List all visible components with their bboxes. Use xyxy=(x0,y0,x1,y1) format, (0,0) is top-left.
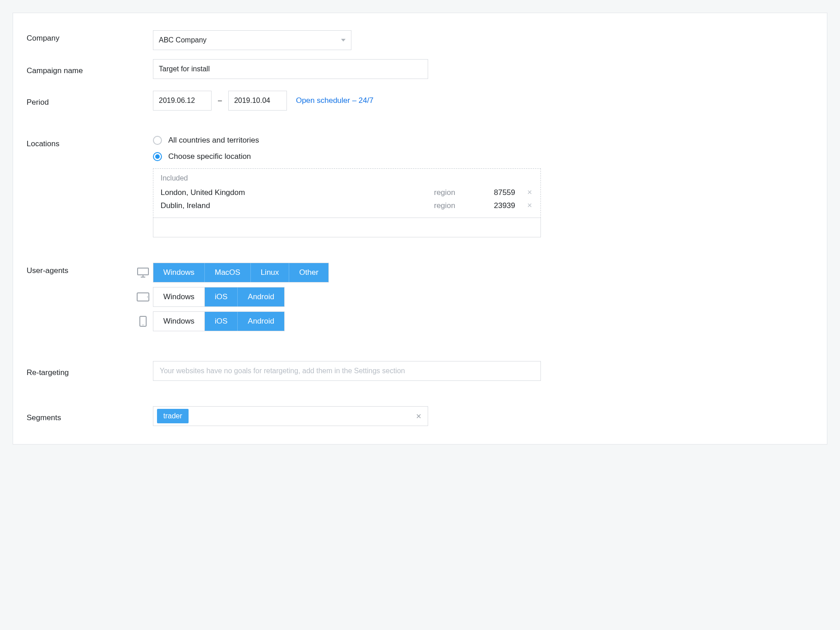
mobile-os-group: Windows iOS Android xyxy=(153,311,285,331)
segment-chip-label: trader xyxy=(163,412,182,420)
ua-toggle-desktop-other[interactable]: Other xyxy=(289,263,328,282)
desktop-icon xyxy=(133,268,153,278)
company-row: Company ABC Company xyxy=(27,30,813,50)
svg-point-4 xyxy=(147,296,148,297)
location-row: London, United Kingdom region 87559 × xyxy=(161,186,533,199)
period-row: Period 2019.06.12 – 2019.10.04 Open sche… xyxy=(27,91,813,111)
retargeting-input[interactable]: Your websites have no goals for retarget… xyxy=(153,361,541,381)
svg-rect-0 xyxy=(138,268,148,275)
campaign-settings-panel: Company ABC Company Campaign name Target… xyxy=(13,13,827,445)
location-type: region xyxy=(434,188,470,197)
period-separator: – xyxy=(218,97,222,105)
segments-label: Segments xyxy=(27,410,153,422)
segment-chip[interactable]: trader xyxy=(157,409,189,423)
locations-included-title: Included xyxy=(161,174,533,182)
segments-input[interactable]: trader × xyxy=(153,406,428,426)
user-agents-mobile: Windows iOS Android xyxy=(133,311,813,331)
location-row: Dublin, Ireland region 23939 × xyxy=(161,199,533,212)
ua-toggle-mobile-android[interactable]: Android xyxy=(237,312,284,331)
clear-segments-icon[interactable]: × xyxy=(416,411,424,422)
ua-toggle-desktop-linux[interactable]: Linux xyxy=(250,263,290,282)
ua-toggle-tablet-android[interactable]: Android xyxy=(237,287,284,306)
company-select[interactable]: ABC Company xyxy=(153,30,351,50)
locations-option-all-label: All countries and territories xyxy=(168,136,259,145)
user-agents-row: User-agents Windows MacOS Linux Other xyxy=(27,263,813,336)
location-type: region xyxy=(434,201,470,210)
scheduler-link[interactable]: Open scheduler – 24/7 xyxy=(296,96,374,105)
company-label: Company xyxy=(27,30,153,43)
period-to-value: 2019.10.04 xyxy=(234,97,270,105)
retargeting-label: Re-targeting xyxy=(27,365,153,377)
user-agents-tablet: Windows iOS Android xyxy=(133,287,813,307)
campaign-name-input[interactable]: Target for install xyxy=(153,59,428,79)
period-from-input[interactable]: 2019.06.12 xyxy=(153,91,212,111)
radio-icon xyxy=(153,136,162,145)
period-to-input[interactable]: 2019.10.04 xyxy=(228,91,287,111)
locations-option-specific[interactable]: Choose specific location xyxy=(153,152,541,161)
campaign-name-value: Target for install xyxy=(159,65,210,73)
campaign-name-row: Campaign name Target for install xyxy=(27,59,813,79)
locations-included-box: Included London, United Kingdom region 8… xyxy=(153,168,541,218)
locations-label: Locations xyxy=(27,136,153,148)
remove-location-icon[interactable]: × xyxy=(526,188,533,197)
desktop-os-group: Windows MacOS Linux Other xyxy=(153,263,329,283)
svg-point-6 xyxy=(143,324,143,325)
locations-option-all[interactable]: All countries and territories xyxy=(153,136,541,145)
location-name: Dublin, Ireland xyxy=(161,201,434,210)
company-selected-value: ABC Company xyxy=(159,36,207,44)
ua-toggle-mobile-ios[interactable]: iOS xyxy=(205,312,238,331)
ua-toggle-tablet-windows[interactable]: Windows xyxy=(153,287,205,306)
locations-option-specific-label: Choose specific location xyxy=(168,152,251,161)
radio-checked-icon xyxy=(153,152,162,161)
mobile-icon xyxy=(133,316,153,327)
chevron-down-icon xyxy=(341,39,346,42)
segments-row: Segments trader × xyxy=(27,406,813,426)
locations-row: Locations All countries and territories … xyxy=(27,136,813,237)
location-count: 23939 xyxy=(484,201,515,210)
remove-location-icon[interactable]: × xyxy=(526,201,533,210)
tablet-icon xyxy=(133,292,153,301)
retargeting-placeholder: Your websites have no goals for retarget… xyxy=(160,367,405,375)
period-label: Period xyxy=(27,94,153,107)
location-name: London, United Kingdom xyxy=(161,188,434,197)
campaign-name-label: Campaign name xyxy=(27,63,153,75)
tablet-os-group: Windows iOS Android xyxy=(153,287,285,307)
ua-toggle-tablet-ios[interactable]: iOS xyxy=(205,287,238,306)
ua-toggle-desktop-windows[interactable]: Windows xyxy=(153,263,205,282)
user-agents-desktop: Windows MacOS Linux Other xyxy=(133,263,813,283)
location-count: 87559 xyxy=(484,188,515,197)
retargeting-row: Re-targeting Your websites have no goals… xyxy=(27,361,813,381)
ua-toggle-mobile-windows[interactable]: Windows xyxy=(153,312,205,331)
location-search-input[interactable] xyxy=(153,218,541,237)
ua-toggle-desktop-macos[interactable]: MacOS xyxy=(204,263,251,282)
period-from-value: 2019.06.12 xyxy=(159,97,195,105)
